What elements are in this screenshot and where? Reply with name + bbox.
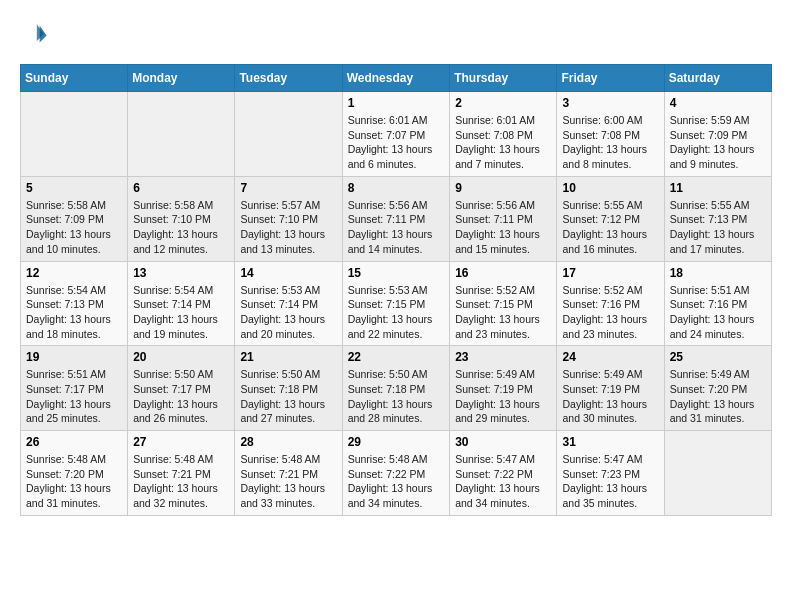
cell-info: Sunrise: 5:49 AMSunset: 7:19 PMDaylight:…	[562, 367, 658, 426]
day-number: 22	[348, 350, 445, 364]
cell-info: Sunrise: 5:48 AMSunset: 7:22 PMDaylight:…	[348, 452, 445, 511]
day-number: 20	[133, 350, 229, 364]
cell-info: Sunrise: 5:52 AMSunset: 7:16 PMDaylight:…	[562, 283, 658, 342]
cell-info: Sunrise: 5:49 AMSunset: 7:19 PMDaylight:…	[455, 367, 551, 426]
cell-info: Sunrise: 5:48 AMSunset: 7:20 PMDaylight:…	[26, 452, 122, 511]
cell-info: Sunrise: 6:01 AMSunset: 7:07 PMDaylight:…	[348, 113, 445, 172]
cell-info: Sunrise: 5:59 AMSunset: 7:09 PMDaylight:…	[670, 113, 766, 172]
day-number: 5	[26, 181, 122, 195]
calendar-week-1: 1Sunrise: 6:01 AMSunset: 7:07 PMDaylight…	[21, 92, 772, 177]
calendar-cell: 15Sunrise: 5:53 AMSunset: 7:15 PMDayligh…	[342, 261, 450, 346]
cell-info: Sunrise: 5:50 AMSunset: 7:17 PMDaylight:…	[133, 367, 229, 426]
cell-info: Sunrise: 5:50 AMSunset: 7:18 PMDaylight:…	[240, 367, 336, 426]
calendar-cell: 21Sunrise: 5:50 AMSunset: 7:18 PMDayligh…	[235, 346, 342, 431]
day-number: 3	[562, 96, 658, 110]
day-number: 28	[240, 435, 336, 449]
day-number: 10	[562, 181, 658, 195]
day-number: 12	[26, 266, 122, 280]
calendar-cell: 2Sunrise: 6:01 AMSunset: 7:08 PMDaylight…	[450, 92, 557, 177]
calendar-week-4: 19Sunrise: 5:51 AMSunset: 7:17 PMDayligh…	[21, 346, 772, 431]
calendar-cell	[664, 431, 771, 516]
calendar-cell: 26Sunrise: 5:48 AMSunset: 7:20 PMDayligh…	[21, 431, 128, 516]
cell-info: Sunrise: 5:54 AMSunset: 7:14 PMDaylight:…	[133, 283, 229, 342]
calendar-table: SundayMondayTuesdayWednesdayThursdayFrid…	[20, 64, 772, 516]
cell-info: Sunrise: 6:01 AMSunset: 7:08 PMDaylight:…	[455, 113, 551, 172]
day-number: 9	[455, 181, 551, 195]
cell-info: Sunrise: 5:57 AMSunset: 7:10 PMDaylight:…	[240, 198, 336, 257]
cell-info: Sunrise: 5:58 AMSunset: 7:10 PMDaylight:…	[133, 198, 229, 257]
calendar-week-3: 12Sunrise: 5:54 AMSunset: 7:13 PMDayligh…	[21, 261, 772, 346]
calendar-cell: 24Sunrise: 5:49 AMSunset: 7:19 PMDayligh…	[557, 346, 664, 431]
weekday-header-sunday: Sunday	[21, 65, 128, 92]
logo	[20, 20, 52, 48]
calendar-cell: 28Sunrise: 5:48 AMSunset: 7:21 PMDayligh…	[235, 431, 342, 516]
calendar-cell: 29Sunrise: 5:48 AMSunset: 7:22 PMDayligh…	[342, 431, 450, 516]
calendar-cell: 18Sunrise: 5:51 AMSunset: 7:16 PMDayligh…	[664, 261, 771, 346]
calendar-cell: 20Sunrise: 5:50 AMSunset: 7:17 PMDayligh…	[128, 346, 235, 431]
day-number: 8	[348, 181, 445, 195]
calendar-cell: 19Sunrise: 5:51 AMSunset: 7:17 PMDayligh…	[21, 346, 128, 431]
calendar-cell: 4Sunrise: 5:59 AMSunset: 7:09 PMDaylight…	[664, 92, 771, 177]
day-number: 21	[240, 350, 336, 364]
calendar-cell	[21, 92, 128, 177]
day-number: 25	[670, 350, 766, 364]
calendar-cell: 30Sunrise: 5:47 AMSunset: 7:22 PMDayligh…	[450, 431, 557, 516]
cell-info: Sunrise: 5:53 AMSunset: 7:14 PMDaylight:…	[240, 283, 336, 342]
cell-info: Sunrise: 5:47 AMSunset: 7:23 PMDaylight:…	[562, 452, 658, 511]
calendar-cell	[128, 92, 235, 177]
day-number: 30	[455, 435, 551, 449]
cell-info: Sunrise: 5:49 AMSunset: 7:20 PMDaylight:…	[670, 367, 766, 426]
calendar-cell: 7Sunrise: 5:57 AMSunset: 7:10 PMDaylight…	[235, 176, 342, 261]
cell-info: Sunrise: 5:55 AMSunset: 7:13 PMDaylight:…	[670, 198, 766, 257]
day-number: 4	[670, 96, 766, 110]
cell-info: Sunrise: 6:00 AMSunset: 7:08 PMDaylight:…	[562, 113, 658, 172]
day-number: 16	[455, 266, 551, 280]
day-number: 14	[240, 266, 336, 280]
cell-info: Sunrise: 5:56 AMSunset: 7:11 PMDaylight:…	[455, 198, 551, 257]
day-number: 7	[240, 181, 336, 195]
cell-info: Sunrise: 5:52 AMSunset: 7:15 PMDaylight:…	[455, 283, 551, 342]
day-number: 17	[562, 266, 658, 280]
day-number: 11	[670, 181, 766, 195]
day-number: 19	[26, 350, 122, 364]
day-number: 31	[562, 435, 658, 449]
calendar-cell: 12Sunrise: 5:54 AMSunset: 7:13 PMDayligh…	[21, 261, 128, 346]
day-number: 23	[455, 350, 551, 364]
day-number: 15	[348, 266, 445, 280]
day-number: 6	[133, 181, 229, 195]
calendar-cell: 8Sunrise: 5:56 AMSunset: 7:11 PMDaylight…	[342, 176, 450, 261]
calendar-cell: 27Sunrise: 5:48 AMSunset: 7:21 PMDayligh…	[128, 431, 235, 516]
cell-info: Sunrise: 5:50 AMSunset: 7:18 PMDaylight:…	[348, 367, 445, 426]
logo-icon	[20, 20, 48, 48]
calendar-cell: 9Sunrise: 5:56 AMSunset: 7:11 PMDaylight…	[450, 176, 557, 261]
cell-info: Sunrise: 5:58 AMSunset: 7:09 PMDaylight:…	[26, 198, 122, 257]
cell-info: Sunrise: 5:53 AMSunset: 7:15 PMDaylight:…	[348, 283, 445, 342]
calendar-cell	[235, 92, 342, 177]
calendar-week-5: 26Sunrise: 5:48 AMSunset: 7:20 PMDayligh…	[21, 431, 772, 516]
calendar-cell: 23Sunrise: 5:49 AMSunset: 7:19 PMDayligh…	[450, 346, 557, 431]
calendar-cell: 14Sunrise: 5:53 AMSunset: 7:14 PMDayligh…	[235, 261, 342, 346]
weekday-header-saturday: Saturday	[664, 65, 771, 92]
calendar-cell: 5Sunrise: 5:58 AMSunset: 7:09 PMDaylight…	[21, 176, 128, 261]
cell-info: Sunrise: 5:55 AMSunset: 7:12 PMDaylight:…	[562, 198, 658, 257]
day-number: 18	[670, 266, 766, 280]
cell-info: Sunrise: 5:51 AMSunset: 7:17 PMDaylight:…	[26, 367, 122, 426]
cell-info: Sunrise: 5:48 AMSunset: 7:21 PMDaylight:…	[240, 452, 336, 511]
calendar-cell: 6Sunrise: 5:58 AMSunset: 7:10 PMDaylight…	[128, 176, 235, 261]
day-number: 27	[133, 435, 229, 449]
calendar-cell: 10Sunrise: 5:55 AMSunset: 7:12 PMDayligh…	[557, 176, 664, 261]
day-number: 24	[562, 350, 658, 364]
calendar-cell: 3Sunrise: 6:00 AMSunset: 7:08 PMDaylight…	[557, 92, 664, 177]
day-number: 13	[133, 266, 229, 280]
calendar-header-row: SundayMondayTuesdayWednesdayThursdayFrid…	[21, 65, 772, 92]
cell-info: Sunrise: 5:54 AMSunset: 7:13 PMDaylight:…	[26, 283, 122, 342]
page-header	[20, 20, 772, 48]
calendar-cell: 16Sunrise: 5:52 AMSunset: 7:15 PMDayligh…	[450, 261, 557, 346]
weekday-header-tuesday: Tuesday	[235, 65, 342, 92]
calendar-cell: 11Sunrise: 5:55 AMSunset: 7:13 PMDayligh…	[664, 176, 771, 261]
day-number: 1	[348, 96, 445, 110]
weekday-header-thursday: Thursday	[450, 65, 557, 92]
weekday-header-wednesday: Wednesday	[342, 65, 450, 92]
day-number: 2	[455, 96, 551, 110]
calendar-cell: 13Sunrise: 5:54 AMSunset: 7:14 PMDayligh…	[128, 261, 235, 346]
